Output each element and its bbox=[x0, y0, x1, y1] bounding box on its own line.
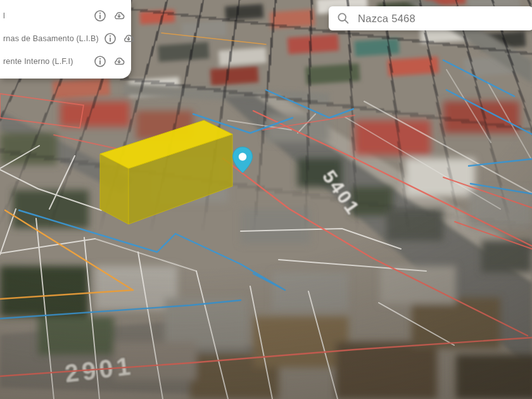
info-button[interactable] bbox=[93, 55, 107, 68]
cloud-download-icon bbox=[112, 10, 126, 22]
layer-row-0: l bbox=[3, 6, 126, 25]
info-button[interactable] bbox=[104, 32, 117, 45]
search-bar bbox=[329, 6, 532, 30]
street-label: 5401 bbox=[319, 167, 364, 219]
search-icon bbox=[336, 11, 350, 25]
search-input[interactable] bbox=[357, 12, 527, 25]
layer-row-2: rente Interno (L.F.I) bbox=[3, 52, 126, 71]
layer-row-1: rnas de Basamento (L.I.B) bbox=[3, 29, 126, 48]
layer-label: l bbox=[3, 11, 88, 20]
regulation-lines-blue bbox=[0, 60, 532, 319]
cloud-download-icon bbox=[122, 32, 136, 45]
parcel-lines-white bbox=[0, 70, 532, 399]
regulation-lines-red bbox=[0, 94, 532, 376]
cloud-download-button[interactable] bbox=[112, 10, 126, 22]
info-icon bbox=[94, 10, 106, 22]
cloud-download-icon bbox=[112, 55, 126, 68]
layer-label: rnas de Basamento (L.I.B) bbox=[3, 34, 99, 43]
info-icon bbox=[104, 32, 117, 45]
map-app-window: 5401 2901 bbox=[0, 0, 532, 399]
street-label-5401-group: 5401 bbox=[319, 167, 364, 219]
layer-label: rente Interno (L.F.I) bbox=[3, 57, 88, 66]
info-button[interactable] bbox=[93, 10, 107, 22]
building-3d-volume[interactable] bbox=[100, 120, 232, 224]
cloud-download-button[interactable] bbox=[112, 55, 126, 68]
cloud-download-button[interactable] bbox=[122, 32, 136, 45]
info-icon bbox=[94, 55, 106, 68]
layers-panel: l rnas de Basamento (L.I.B) bbox=[0, 0, 131, 79]
